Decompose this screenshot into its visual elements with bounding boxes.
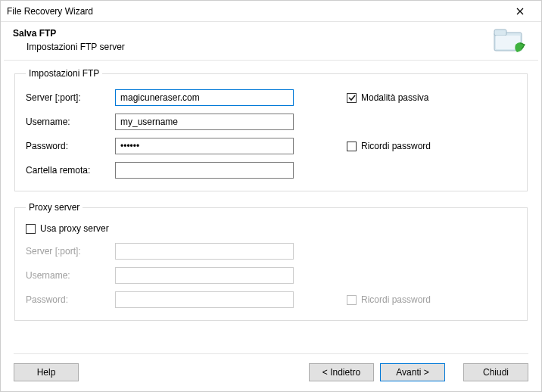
input-ftp-username[interactable] [115, 114, 294, 130]
label-proxy-username: Username: [26, 270, 115, 281]
label-use-proxy: Usa proxy server [40, 223, 109, 234]
label-ftp-server: Server [:port]: [26, 92, 115, 103]
label-remember-password: Ricordi password [361, 141, 431, 151]
input-proxy-username [115, 267, 294, 284]
check-icon [347, 295, 357, 305]
group-proxy-server: Proxy server Usa proxy server Server [:p… [14, 202, 528, 321]
label-ftp-username: Username: [26, 117, 115, 127]
divider [14, 353, 528, 354]
window-title: File Recovery Wizard [7, 6, 505, 17]
input-proxy-password [115, 291, 294, 308]
close-icon[interactable] [505, 2, 535, 20]
check-icon [347, 142, 357, 151]
label-ftp-password: Password: [26, 141, 115, 151]
label-proxy-remember-password: Ricordi password [361, 294, 431, 305]
titlebar: File Recovery Wizard [1, 1, 541, 22]
group-ftp-legend: Impostazioni FTP [26, 68, 102, 79]
help-button[interactable]: Help [14, 363, 79, 381]
input-ftp-server[interactable] [115, 89, 294, 106]
group-proxy-legend: Proxy server [26, 202, 83, 213]
label-proxy-password: Password: [26, 294, 115, 305]
svg-rect-1 [494, 30, 506, 36]
back-button[interactable]: < Indietro [309, 363, 374, 381]
label-proxy-server: Server [:port]: [26, 246, 115, 257]
wizard-footer: Help < Indietro Avanti > Chiudi [0, 344, 542, 392]
ftp-folder-icon [493, 26, 529, 59]
input-ftp-password[interactable] [115, 138, 294, 154]
wizard-header: Salva FTP Impostazioni FTP server [1, 22, 541, 60]
group-ftp-settings: Impostazioni FTP Server [:port]: Modalit… [14, 68, 528, 191]
input-proxy-server [115, 243, 294, 260]
label-ftp-remote-folder: Cartella remota: [26, 165, 115, 176]
close-button[interactable]: Chiudi [463, 363, 528, 381]
next-button[interactable]: Avanti > [380, 363, 445, 381]
label-passive-mode: Modalità passiva [361, 92, 428, 103]
checkbox-remember-password[interactable]: Ricordi password [347, 141, 431, 151]
page-subtitle: Impostazioni FTP server [26, 42, 529, 52]
checkbox-use-proxy[interactable]: Usa proxy server [26, 223, 516, 234]
checkbox-passive-mode[interactable]: Modalità passiva [347, 92, 428, 103]
check-icon [347, 93, 357, 103]
checkbox-proxy-remember-password: Ricordi password [347, 294, 431, 305]
check-icon [26, 224, 36, 234]
input-ftp-remote-folder[interactable] [115, 162, 294, 179]
page-title: Salva FTP [13, 28, 529, 39]
